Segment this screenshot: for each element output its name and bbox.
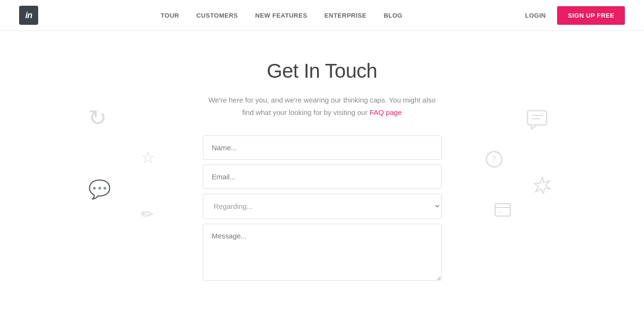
chat-left-icon: 💬 <box>88 179 111 200</box>
svg-text:↑↓: ↑↓ <box>498 209 503 215</box>
faq-link[interactable]: FAQ page <box>370 108 402 116</box>
star-icon: ☆ <box>141 148 155 167</box>
nav-new-features[interactable]: NEW FEATURES <box>255 12 307 19</box>
message-input[interactable] <box>203 224 442 281</box>
email-input[interactable] <box>203 165 442 189</box>
regarding-select[interactable]: Regarding... General Inquiry Technical S… <box>203 194 442 219</box>
page-subtitle: We're here for you, and we're wearing ou… <box>208 94 437 118</box>
navbar-right: LOGIN SIGN UP FREE <box>525 6 625 25</box>
signup-button[interactable]: SIGN UP FREE <box>557 6 625 25</box>
nav-links: TOUR CUSTOMERS NEW FEATURES ENTERPRISE B… <box>161 12 403 19</box>
navbar: in TOUR CUSTOMERS NEW FEATURES ENTERPRIS… <box>0 0 644 31</box>
contact-form: Regarding... General Inquiry Technical S… <box>203 135 442 281</box>
question-icon: ? <box>485 150 503 173</box>
nav-enterprise[interactable]: ENTERPRISE <box>325 12 367 19</box>
refresh-icon: ↻ <box>88 105 107 131</box>
speech-bubble-icon <box>527 110 549 134</box>
logo[interactable]: in <box>19 6 38 25</box>
svg-text:?: ? <box>492 154 496 165</box>
svg-rect-0 <box>528 111 547 125</box>
page-title: Get In Touch <box>267 60 377 83</box>
nav-customers[interactable]: CUSTOMERS <box>196 12 238 19</box>
nav-blog[interactable]: BLOG <box>384 12 403 19</box>
main-content: ↻ ☆ 💬 ✏ ? ↑↓ Get In Touch We're here for… <box>0 31 644 310</box>
card-icon: ↑↓ <box>494 200 513 224</box>
name-input[interactable] <box>203 135 442 160</box>
pencil-icon: ✏ <box>141 205 154 223</box>
nav-tour[interactable]: TOUR <box>161 12 179 19</box>
login-link[interactable]: LOGIN <box>525 12 546 19</box>
svg-marker-5 <box>534 177 550 194</box>
burst-icon <box>534 176 551 198</box>
